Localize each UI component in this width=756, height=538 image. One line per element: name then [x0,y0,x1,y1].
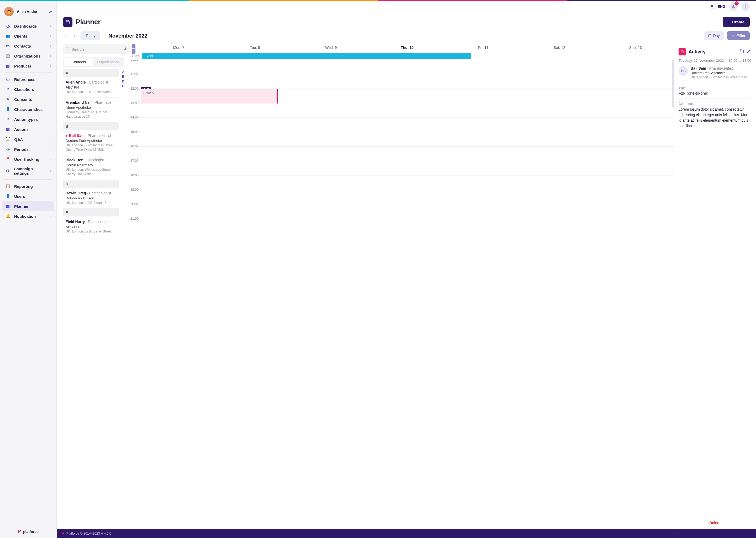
detail-title: Activity [688,49,737,55]
allday-label: All day [127,52,141,60]
search-field[interactable] [71,47,121,51]
activity-event[interactable]: Activity [141,89,278,103]
today-button[interactable]: Today [81,31,100,40]
language-switch[interactable]: ENG [711,4,726,9]
activity-icon [679,48,686,55]
alpha-A[interactable]: A [122,70,124,74]
contact-list[interactable]: ABDF AAllen Andie · CardiologistABC PHUK… [63,69,126,529]
section-A: A [63,69,118,77]
hour-row[interactable]: 21:00 [127,219,674,233]
help-button[interactable]: ? [741,2,750,11]
tab-organizations[interactable]: Organizations [93,58,123,66]
sidebar-item-actions[interactable]: ▦Actions› [2,124,54,134]
day-header[interactable]: Wed, 9 [293,44,369,52]
contact-card[interactable]: Field Harry · PharmaceutistABC PHUK, Lon… [63,217,118,237]
create-button[interactable]: + Create [723,17,750,27]
sidebar-item-planner[interactable]: ▦Planner› [2,201,54,211]
nav-icon: 📍 [5,157,11,162]
detail-person: BS Ball Sam · Pharmaceutist Doctors Park… [679,66,751,83]
calendar: Mon, 7Tue, 8Wed, 9Thu, 10Fri, 11Sat, 12S… [127,44,674,529]
contact-card[interactable]: Ball Sam · PharmaceutistDoctors Park Apo… [63,131,118,155]
logout-icon[interactable] [49,10,52,14]
chevron-right-icon: › [50,185,51,188]
day-header[interactable]: Tue, 8 [217,44,293,52]
day-header[interactable]: Sun, 13 [597,44,674,52]
alpha-D[interactable]: D [122,80,124,83]
sidebar-item-action-types[interactable]: ⚞Action types› [2,114,54,124]
search-input[interactable] [63,44,130,54]
type-label: Type [679,86,751,90]
sidebar-item-organizations[interactable]: 🏢Organizations› [2,51,54,61]
person-name: Ball Sam [691,66,706,71]
hour-row[interactable]: 13:00 [127,103,674,118]
prev-button[interactable]: ‹ [63,32,69,40]
sidebar-item-dashboards[interactable]: ◔Dashboards› [2,21,54,31]
calendar-icon [708,34,712,37]
filter-button[interactable]: Filter [727,31,750,40]
chevron-right-icon: › [50,78,51,81]
detail-time: 12:00 to 13:00 [729,59,751,63]
hour-row[interactable]: 14:00 [127,118,674,132]
sidebar-item-characteristics[interactable]: 👤Characteristics› [2,104,54,114]
hour-row[interactable]: 11:00 [127,74,674,89]
comment-label: Comment [679,102,751,106]
person-avatar: BS [679,66,688,76]
alpha-B[interactable]: B [122,75,124,79]
hour-row[interactable]: 20:00 [127,204,674,219]
hour-row[interactable]: 17:00 [127,161,674,176]
chevron-right-icon: › [50,169,51,173]
view-day-button[interactable]: Day [704,31,724,40]
sidebar-item-user-tracking[interactable]: 📍User tracking› [2,154,54,164]
sidebar-item-clients[interactable]: 👥Clients› [2,31,54,41]
hour-row[interactable]: 10:00 [127,60,674,74]
alpha-index[interactable]: ABDF [122,70,124,88]
sidebar-item-consents[interactable]: ✎Consents› [2,94,54,104]
allday-event[interactable]: Event [142,53,471,59]
chevron-right-icon: › [50,128,51,131]
contact-card[interactable]: Allen Andie · CardiologistABC PHUK, Lond… [63,78,118,98]
copy-button[interactable] [740,49,744,55]
calendar-grid[interactable]: 11:52 Activity 10:0011:0012:0013:0014:00… [127,60,674,529]
mic-icon[interactable] [123,47,127,51]
footer: P Platforce © 2014–2023 V 4.0.0 [57,529,756,538]
sidebar-item-periods[interactable]: ◷Periods› [2,144,54,154]
contact-card[interactable]: Dewin Greg · BacteriologistDotson Vs Dot… [63,188,118,209]
tab-contacts[interactable]: Contacts [64,58,93,66]
sidebar-item-references[interactable]: ▭References› [2,74,54,84]
hour-row[interactable]: 19:00 [127,190,674,204]
contact-card[interactable]: Aremband Neil · Pharmace...Ahorn Apothek… [63,98,118,123]
sidebar-item-classifiers[interactable]: ⚞Classifiers› [2,84,54,94]
contact-org-segment: Contacts Organizations [63,57,124,67]
notifications-button[interactable]: 3 [729,2,737,11]
sidebar-item-users[interactable]: 👤Users› [2,191,54,201]
chevron-right-icon: › [50,34,51,38]
month-picker[interactable]: November 2022 › [109,33,151,39]
next-button[interactable]: › [72,32,78,40]
chevron-right-icon: › [50,137,51,141]
nav-icon: 👥 [5,33,11,39]
nav-icon: ◷ [5,146,11,152]
type-value: F2F (one-to-one) [679,91,751,95]
sidebar-item-q&a[interactable]: 💬Q&A› [2,134,54,144]
sidebar-item-campaign-settings[interactable]: ⚙Campaign settings› [2,164,54,178]
sidebar-item-products[interactable]: ▦Products› [2,61,54,71]
scrollbar[interactable] [672,60,674,107]
brand-footer: P platforce [0,525,57,538]
contact-card[interactable]: Black Ben · OncologistCorbin PharmacyUK,… [63,155,118,180]
nav-icon: ▦ [5,204,11,209]
hour-row[interactable]: 18:00 [127,176,674,190]
sidebar-item-reporting[interactable]: 📋Reporting› [2,181,54,191]
hour-row[interactable]: 16:00 [127,146,674,161]
delete-button[interactable]: Delete [679,516,751,529]
hour-row[interactable]: 15:00 [127,132,674,146]
day-header[interactable]: Mon, 7 [141,44,217,52]
sidebar-item-notification[interactable]: 🔔Notification› [2,211,54,221]
alpha-F[interactable]: F [122,84,124,88]
avatar[interactable]: 👨 [4,7,14,16]
day-header[interactable]: Thu, 10 [369,44,445,52]
person-addr: UK, London, 5 Whitecross Street Cherry T… [691,76,751,79]
day-header[interactable]: Fri, 11 [445,44,521,52]
sidebar-item-contacts[interactable]: ▭Contacts› [2,41,54,51]
day-header[interactable]: Sat, 12 [521,44,597,52]
edit-button[interactable] [747,49,751,55]
